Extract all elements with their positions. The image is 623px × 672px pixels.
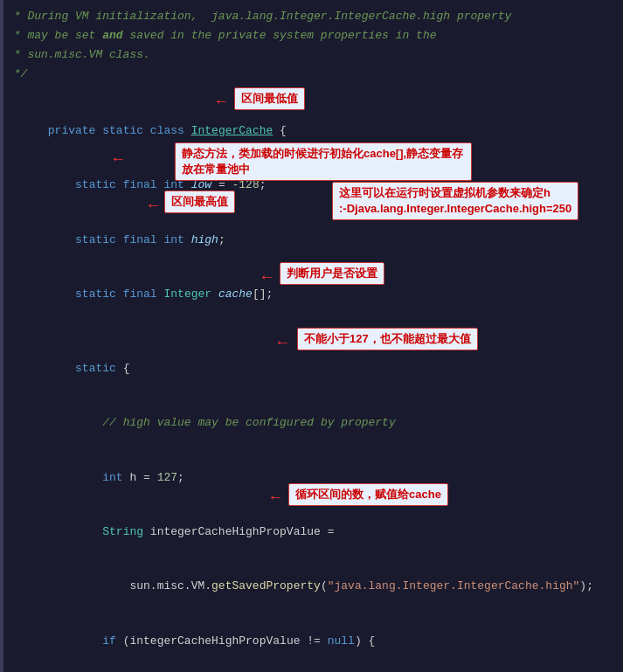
annotation-not-less: 不能小于127，也不能超过最大值 [297, 328, 478, 350]
arrow-max-value: ← [149, 197, 158, 214]
annotation-runtime: 这里可以在运行时设置虚拟机参数来确定h:-Djava.lang.Integer.… [332, 182, 578, 220]
arrow-static-method: ← [114, 150, 123, 168]
annotation-loop: 循环区间的数，赋值给cache [288, 483, 448, 506]
arrow-min-value: ← [217, 93, 226, 110]
arrow-loop: ← [271, 488, 280, 506]
annotation-max-value: 区间最高值 [164, 191, 235, 213]
annotation-static-method: 静态方法，类加载的时候进行初始化cache[],静态变量存放在常量池中 [175, 142, 472, 181]
annotation-judge-user: 判断用户是否设置 [280, 262, 384, 285]
annotation-min-value: 区间最低值 [234, 87, 305, 110]
arrow-judge-user: ← [262, 268, 272, 286]
arrow-not-less: ← [278, 334, 287, 351]
